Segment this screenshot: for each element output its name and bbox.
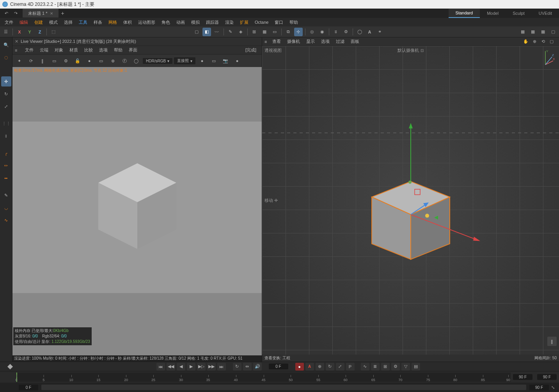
coord-system-icon[interactable]: ⬚ [49,28,58,36]
rotate-tool-icon[interactable]: ↻ [1,89,11,99]
spiral-icon[interactable]: ◉ [318,28,327,36]
menu-render[interactable]: 渲染 [222,18,237,26]
dope-icon[interactable]: ≣ [371,363,380,371]
layout-tab-sculpt[interactable]: Sculpt [506,9,532,18]
sound-button[interactable]: 🔊 [253,363,262,371]
layout-tab-model[interactable]: Model [480,9,506,18]
live-select-icon[interactable]: ◌ [1,52,11,62]
lv-menu-object[interactable]: 对象 [51,47,66,53]
brush-icon[interactable]: ✏ [1,161,11,171]
prev-key-button[interactable]: ◀◀ [167,363,175,371]
lv-menu-file[interactable]: 文件 [22,47,37,53]
lv-clay-icon[interactable]: ▭ [96,56,106,66]
range-expand-icon[interactable]: ⤡ [549,385,557,390]
menu-octane[interactable]: Octane [252,18,272,26]
menu-mode[interactable]: 模式 [46,18,61,26]
menu-extensions[interactable]: 扩展 [237,18,252,26]
deformer-icon[interactable]: ⊞ [250,28,259,36]
lv-menu-ui[interactable]: 界面 [126,47,140,53]
goto-start-button[interactable]: ⏮ [156,363,165,371]
link-icon[interactable]: ⚭ [376,28,384,36]
lv-sphere-icon[interactable]: ● [84,56,94,66]
render-view-icon[interactable]: ▦ [518,28,527,36]
menu-spline[interactable]: 样条 [91,18,105,26]
gear-icon[interactable]: ⚙ [342,28,350,36]
viewport-burger-icon[interactable]: ≡ [264,39,269,44]
lv-menu-help[interactable]: 帮助 [111,47,126,53]
lv-menu-material[interactable]: 材质 [66,47,81,53]
axis-widget[interactable]: Y X Z [536,49,555,69]
menu-animate[interactable]: 动画 [173,18,188,26]
motion-icon[interactable]: ⊞ [381,363,390,371]
lv-display-icon[interactable]: ▭ [209,56,219,66]
axis-z-toggle[interactable]: Z [35,28,44,36]
lv-aperture-icon[interactable]: ✦ [14,56,24,66]
axis-y-toggle[interactable]: Y [25,28,34,36]
bake-icon[interactable]: ▤ [412,363,420,371]
close-tab-icon[interactable]: ✕ [50,11,53,16]
vp-maximize-icon[interactable]: ▢ [548,38,555,45]
camera-lock-icon[interactable]: ⊡ [421,48,424,53]
menu-character[interactable]: 角色 [158,18,173,26]
lv-dot-icon[interactable]: ● [197,56,207,66]
menu-window[interactable]: 窗口 [272,18,286,26]
add-tab-button[interactable]: + [59,10,67,16]
history-icon[interactable]: ☰ [2,28,10,36]
redo-button[interactable]: ↷ [12,10,20,17]
spline-tool-icon[interactable]: ∿ [1,215,11,225]
vp-zoom-icon[interactable]: ⊕ [531,38,538,45]
menu-select[interactable]: 选择 [61,18,76,26]
sculpt-tool-icon[interactable]: ◡ [1,203,11,213]
undo-button[interactable]: ↶ [2,10,10,17]
light-icon[interactable]: A [366,28,374,36]
lv-pause-icon[interactable]: ‖ [37,56,48,66]
lv-record-icon[interactable]: ● [232,56,242,66]
lv-refresh-icon[interactable]: ⟳ [26,56,36,66]
key-pos-button[interactable]: ⊕ [316,363,324,371]
loop-button[interactable]: ↻ [233,363,241,371]
menu-mograph[interactable]: 运动图形 [135,18,158,26]
rigid-icon[interactable]: ▭ [270,28,279,36]
range-button[interactable]: ⇔ [243,363,252,371]
snap-enabled-icon[interactable]: ⊹ [294,28,303,36]
prev-frame-button[interactable]: ◀ [177,363,185,371]
vp-menu-options[interactable]: 选项 [318,39,333,44]
symmetry-icon[interactable]: ʬ [332,28,340,36]
fcurve-icon[interactable]: ∿ [361,363,369,371]
texture-icon[interactable]: ▪▪ [1,173,11,183]
menu-volume[interactable]: 体积 [120,18,135,26]
marker-icon[interactable]: ▽ [401,363,410,371]
lv-mask-icon[interactable]: ◯ [131,56,141,66]
next-frame-button[interactable]: ▶▷ [197,363,206,371]
vp-menu-display[interactable]: 显示 [303,39,318,44]
layout-tab-uvedit[interactable]: UVEdit [532,9,559,18]
lv-focus-icon[interactable]: Ⓕ [119,56,130,66]
generator-icon[interactable]: ◈ [236,28,245,36]
vp-menu-cameras[interactable]: 摄像机 [284,39,303,44]
lv-hdr-dropdown[interactable]: HDR/sRGB ▾ [143,58,172,64]
timeline-settings-icon[interactable]: ⚙ [391,363,400,371]
menu-tracker[interactable]: 跟踪器 [203,18,222,26]
field-icon[interactable]: ▦ [260,28,269,36]
vp-menu-panel[interactable]: 面板 [348,39,362,44]
render-settings-icon[interactable]: ▦ [539,28,547,36]
current-frame-field[interactable]: 0 F [269,364,288,369]
burger-icon[interactable]: ≡ [15,48,22,53]
lv-menu-cloud[interactable]: 云端 [37,47,51,53]
lv-lock-icon[interactable]: 🔓 [73,56,83,66]
vp-menu-view[interactable]: 查看 [269,39,284,44]
menu-tools[interactable]: 工具 [76,18,91,26]
pen-icon[interactable]: ✎ [226,28,235,36]
poly-mode-icon[interactable]: ╭ [1,148,11,158]
axis-x-toggle[interactable]: X [15,28,24,36]
snap-icon[interactable]: ⧉ [284,28,293,36]
spline-icon[interactable]: 〰 [213,28,221,36]
lv-light-dropdown[interactable]: 直接照 ▾ [174,57,195,64]
keyframe-diamond-icon[interactable] [2,365,18,369]
live-viewer-render[interactable]: 检查:0ms./17ms. 网格生成:0ms. 更新[C]:0ms. 节点:12… [12,67,262,355]
layout-tab-standard[interactable]: Standard [449,9,480,18]
search-icon[interactable]: 🔍 [1,40,11,50]
move-tool-icon[interactable]: ✢ [1,76,11,87]
menu-file[interactable]: 文件 [2,18,16,26]
range-start-field[interactable]: 0 F [19,385,38,390]
